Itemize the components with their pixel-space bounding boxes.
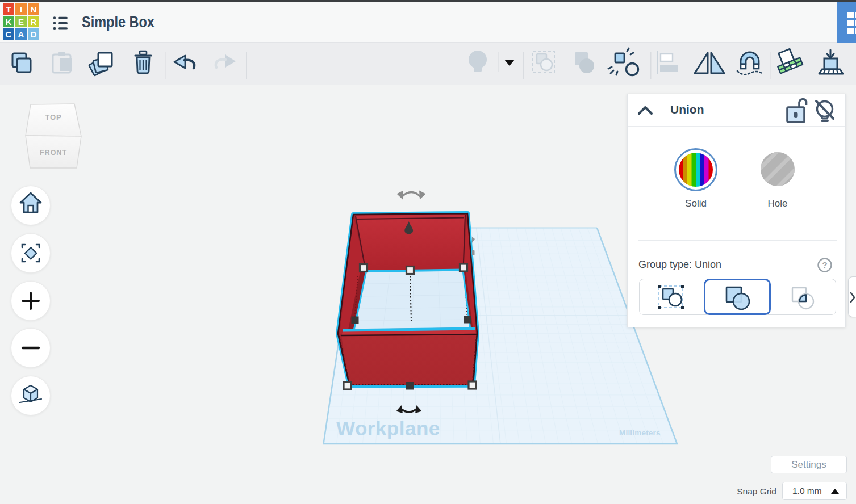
svg-text:FRONT: FRONT xyxy=(40,149,67,157)
svg-text:Millimeters: Millimeters xyxy=(619,429,661,437)
svg-text:C: C xyxy=(6,30,12,39)
svg-text:?: ? xyxy=(822,260,827,270)
svg-text:E: E xyxy=(18,17,24,27)
svg-text:T: T xyxy=(6,5,11,14)
svg-text:N: N xyxy=(31,5,37,14)
svg-text:I: I xyxy=(20,5,22,14)
svg-text:R: R xyxy=(31,17,37,27)
svg-text:K: K xyxy=(6,17,12,27)
svg-text:Workplane: Workplane xyxy=(336,417,440,439)
svg-text:D: D xyxy=(31,30,37,39)
svg-text:TOP: TOP xyxy=(45,113,62,121)
svg-text:A: A xyxy=(18,30,24,39)
